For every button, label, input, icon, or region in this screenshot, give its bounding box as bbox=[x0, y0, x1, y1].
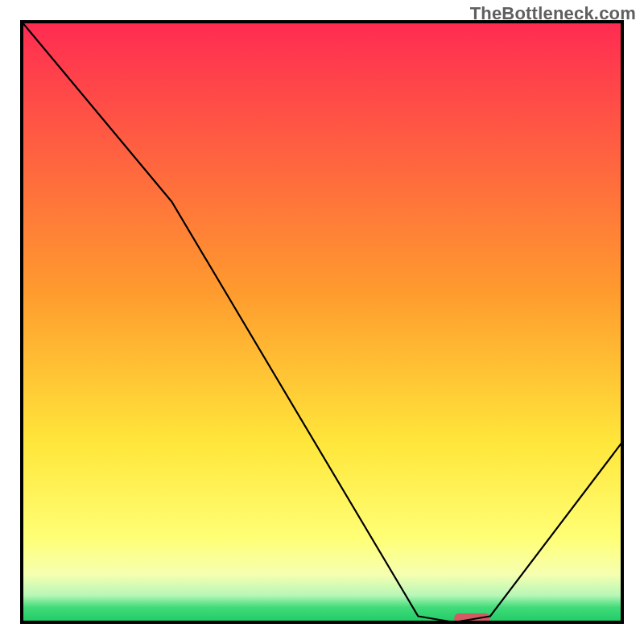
chart-gradient-background bbox=[22, 22, 622, 622]
bottleneck-chart bbox=[0, 0, 644, 644]
watermark-label: TheBottleneck.com bbox=[470, 3, 636, 24]
